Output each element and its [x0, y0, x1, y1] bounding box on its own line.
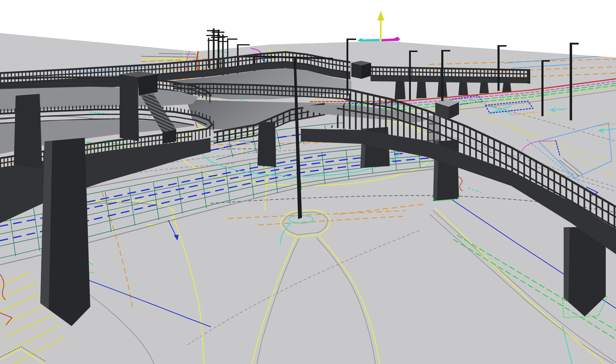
bridge-pier [14, 94, 42, 168]
stair-tower-right [351, 61, 371, 79]
cad-3d-viewport[interactable] [0, 0, 616, 364]
bridge-pier [257, 122, 276, 167]
bridge-pier-large [40, 138, 90, 326]
